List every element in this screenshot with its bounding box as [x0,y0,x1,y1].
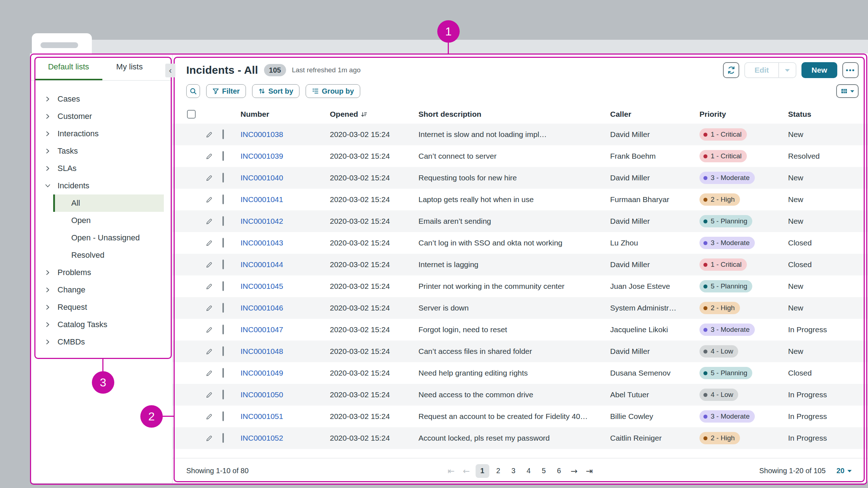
row-checkbox[interactable] [222,433,224,443]
edit-pencil-icon[interactable] [205,153,213,160]
edit-pencil-icon[interactable] [205,283,213,290]
incident-number-link[interactable]: INC0001049 [241,369,330,377]
table-row[interactable]: INC0001051 2020-03-02 15:24 Request an a… [173,406,868,427]
page-number-button[interactable]: 4 [523,464,535,478]
edit-pencil-icon[interactable] [205,348,213,355]
row-checkbox[interactable] [222,216,224,226]
tab-default-lists[interactable]: Default lists [35,53,102,80]
tab-my-lists[interactable]: My lists [102,53,157,80]
row-checkbox[interactable] [222,411,224,421]
incident-number-link[interactable]: INC0001038 [241,130,330,139]
edit-button[interactable]: Edit [745,63,778,77]
incident-number-link[interactable]: INC0001046 [241,304,330,312]
row-checkbox[interactable] [222,260,224,269]
edit-pencil-icon[interactable] [205,218,213,225]
sidebar-collapse-button[interactable]: ‹ [165,64,175,77]
filter-button[interactable]: Filter [206,84,246,98]
incident-number-link[interactable]: INC0001041 [241,195,330,204]
table-row[interactable]: INC0001046 2020-03-02 15:24 Server is do… [173,297,868,319]
sidebar-list-item[interactable]: Resolved [30,247,172,264]
edit-pencil-icon[interactable] [205,174,213,182]
sidebar-list-item[interactable]: Open [30,212,172,229]
new-button[interactable]: New [801,62,837,78]
table-row[interactable]: INC0001041 2020-03-02 15:24 Laptop gets … [173,189,868,210]
incident-number-link[interactable]: INC0001042 [241,217,330,226]
previous-page-button[interactable]: ← [460,466,473,476]
table-row[interactable]: INC0001042 2020-03-02 15:24 Emails aren’… [173,210,868,232]
row-checkbox[interactable] [222,194,224,204]
sidebar-group-item[interactable]: Incidents [30,177,172,194]
group-by-button[interactable]: Group by [306,84,360,98]
edit-pencil-icon[interactable] [205,435,213,442]
sidebar-group-item[interactable]: Request [30,299,172,316]
incident-number-link[interactable]: INC0001043 [241,239,330,247]
sidebar-group-item[interactable]: SLAs [30,160,172,177]
edit-pencil-icon[interactable] [205,196,213,204]
sidebar-group-item[interactable]: Change [30,281,172,299]
refresh-button[interactable] [723,62,739,78]
incident-number-link[interactable]: INC0001044 [241,260,330,269]
table-row[interactable]: INC0001045 2020-03-02 15:24 Printer not … [173,275,868,297]
edit-pencil-icon[interactable] [205,304,213,312]
table-row[interactable]: INC0001048 2020-03-02 15:24 Can’t access… [173,341,868,362]
row-checkbox[interactable] [222,368,224,378]
row-checkbox[interactable] [222,325,224,334]
last-page-button[interactable]: ⇥ [583,466,596,476]
sidebar-group-item[interactable]: Cases [30,90,172,108]
page-number-button[interactable]: 6 [553,464,565,478]
incident-number-link[interactable]: INC0001047 [241,325,330,334]
table-row[interactable]: INC0001052 2020-03-02 15:24 Account lock… [173,427,868,449]
column-header-priority[interactable]: Priority [699,110,788,119]
incident-number-link[interactable]: INC0001040 [241,174,330,182]
table-row[interactable]: INC0001040 2020-03-02 15:24 Requesting t… [173,167,868,189]
edit-pencil-icon[interactable] [205,391,213,399]
edit-pencil-icon[interactable] [205,261,213,269]
table-row[interactable]: INC0001050 2020-03-02 15:24 Need access … [173,384,868,406]
sidebar-group-item[interactable]: Problems [30,264,172,281]
page-number-button[interactable]: 3 [507,464,520,478]
sidebar-group-item[interactable]: Customer [30,108,172,125]
row-checkbox[interactable] [222,281,224,291]
table-row[interactable]: INC0001044 2020-03-02 15:24 Internet is … [173,254,868,275]
incident-number-link[interactable]: INC0001039 [241,152,330,160]
next-page-button[interactable]: → [568,466,580,476]
table-row[interactable]: INC0001049 2020-03-02 15:24 Need help gr… [173,362,868,384]
edit-pencil-icon[interactable] [205,369,213,377]
row-checkbox[interactable] [222,390,224,399]
page-number-button[interactable]: 1 [476,464,489,478]
column-header-description[interactable]: Short description [418,110,610,119]
row-checkbox[interactable] [222,346,224,356]
column-header-number[interactable]: Number [241,110,330,119]
incident-number-link[interactable]: INC0001050 [241,390,330,399]
row-checkbox[interactable] [222,303,224,313]
row-checkbox[interactable] [222,151,224,161]
column-settings-button[interactable] [836,84,859,98]
edit-pencil-icon[interactable] [205,239,213,247]
edit-pencil-icon[interactable] [205,131,213,138]
sidebar-list-item[interactable]: Open - Unassigned [30,229,172,247]
table-row[interactable]: INC0001043 2020-03-02 15:24 Can’t log in… [173,232,868,254]
incident-number-link[interactable]: INC0001051 [241,412,330,421]
incident-number-link[interactable]: INC0001045 [241,282,330,291]
edit-pencil-icon[interactable] [205,413,213,420]
sidebar-group-item[interactable]: Catalog Tasks [30,316,172,333]
page-number-button[interactable]: 2 [492,464,505,478]
table-row[interactable]: INC0001039 2020-03-02 15:24 Can’t connec… [173,145,868,167]
page-size-selector[interactable]: 20 [837,467,852,475]
sidebar-group-item[interactable]: Tasks [30,142,172,160]
select-all-checkbox[interactable] [187,110,196,119]
incident-number-link[interactable]: INC0001048 [241,347,330,356]
row-checkbox[interactable] [222,129,224,139]
edit-pencil-icon[interactable] [205,326,213,334]
sidebar-list-item[interactable]: All [53,194,164,212]
sidebar-group-item[interactable]: CMBDs [30,333,172,351]
row-checkbox[interactable] [222,238,224,248]
first-page-button[interactable]: ⇤ [445,466,458,476]
incident-number-link[interactable]: INC0001052 [241,434,330,442]
edit-dropdown-button[interactable] [779,63,796,77]
search-button[interactable] [186,84,200,98]
row-checkbox[interactable] [222,173,224,183]
browser-tab[interactable] [32,33,92,53]
sidebar-group-item[interactable]: Interactions [30,125,172,142]
column-header-caller[interactable]: Caller [610,110,699,119]
